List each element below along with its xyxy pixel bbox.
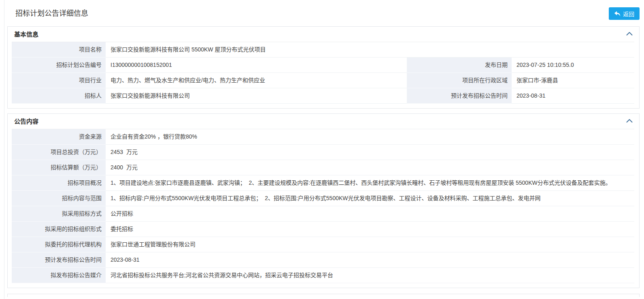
field-label: 资金来源 <box>12 129 106 145</box>
table-row: 拟采用的招标组织形式 委托招标 <box>12 222 634 237</box>
field-label: 招标估算额（万元） <box>12 160 106 175</box>
table-row: 招标人 张家口交投新能源科技有限公司 预计发布招标公告时间 2023-08-31 <box>12 88 634 104</box>
field-label: 预计发布招标公告时间 <box>12 252 106 268</box>
field-value: I1300000001008152001 <box>106 58 407 73</box>
field-value: 1、招标内容:户用分布式5500KW光伏发电项目工程总承包； 2、招标范围:户用… <box>106 191 634 206</box>
announcement-card: 公告内容 资金来源 企业自有资金20% ，银行贷款80% 项目总投资（万元） 2… <box>7 113 640 288</box>
field-label: 拟委托的招标代理机构 <box>12 237 106 252</box>
field-label: 招标计划公告编号 <box>12 58 106 73</box>
table-row: 招标项目概况 1、项目建设地点:张家口市逐鹿县逐鹿镇、武家沟镇； 2、主要建设规… <box>12 175 634 191</box>
field-label: 项目总投资（万元） <box>12 145 106 160</box>
field-label: 预计发布招标公告时间 <box>407 88 512 104</box>
field-value: 企业自有资金20% ，银行贷款80% <box>106 129 634 144</box>
field-value: 2023-08-31 <box>512 88 634 103</box>
next-section-card-partial <box>7 294 640 297</box>
table-row: 招标内容与范围 1、招标内容:户用分布式5500KW光伏发电项目工程总承包； 2… <box>12 191 634 206</box>
basic-info-section-title: 基本信息 <box>14 31 38 38</box>
page-title: 招标计划公告详细信息 <box>15 7 640 20</box>
table-row: 拟发布招标公告媒介 河北省招标投标公共服务平台;河北省公共资源交易中心网站，招采… <box>12 268 634 283</box>
back-button-label: 返回 <box>623 10 634 18</box>
table-row: 项目总投资（万元） 2453 万元 <box>12 145 634 160</box>
basic-info-table: 项目名称 张家口交投新能源科技有限公司 5500KW 屋顶分布式光伏项目 招标计… <box>12 42 634 104</box>
table-row: 招标计划公告编号 I1300000001008152001 发布日期 2023-… <box>12 58 634 73</box>
field-label: 项目名称 <box>12 42 106 58</box>
field-value: 2023-08-31 <box>106 252 634 267</box>
field-value: 2023-07-25 10:10:55.0 <box>512 58 634 73</box>
field-label: 拟发布招标公告媒介 <box>12 268 106 283</box>
page-container: 招标计划公告详细信息 返回 基本信息 项目名称 张家口交投新能源科技有限公司 5… <box>4 0 644 299</box>
table-row: 资金来源 企业自有资金20% ，银行贷款80% <box>12 129 634 145</box>
field-label: 招标项目概况 <box>12 175 106 191</box>
announcement-table: 资金来源 企业自有资金20% ，银行贷款80% 项目总投资（万元） 2453 万… <box>12 129 634 283</box>
basic-info-section-header: 基本信息 <box>12 27 634 42</box>
field-label: 项目行业 <box>12 73 106 88</box>
field-value: 公开招标 <box>106 206 634 221</box>
field-value: 张家口市-涿鹿县 <box>512 73 634 88</box>
field-value: 委托招标 <box>106 222 634 237</box>
table-row: 项目名称 张家口交投新能源科技有限公司 5500KW 屋顶分布式光伏项目 <box>12 42 634 58</box>
table-row: 预计发布招标公告时间 2023-08-31 <box>12 252 634 268</box>
field-value: 电力、热力、燃气及水生产和供应业/电力、热力生产和供应业 <box>106 73 407 88</box>
basic-info-card: 基本信息 项目名称 张家口交投新能源科技有限公司 5500KW 屋顶分布式光伏项… <box>7 26 640 109</box>
back-arrow-icon <box>614 11 621 17</box>
field-value: 张家口交投新能源科技有限公司 5500KW 屋顶分布式光伏项目 <box>106 42 634 57</box>
table-row: 拟委托的招标代理机构 张家口世通工程管理股份有限公司 <box>12 237 634 252</box>
field-label: 拟采用招标方式 <box>12 206 106 222</box>
announcement-section-header: 公告内容 <box>12 114 634 129</box>
field-label: 招标内容与范围 <box>12 191 106 206</box>
field-label: 招标人 <box>12 88 106 104</box>
field-label: 发布日期 <box>407 58 512 73</box>
field-value: 1、项目建设地点:张家口市逐鹿县逐鹿镇、武家沟镇； 2、主要建设规模及内容:在逐… <box>106 175 634 190</box>
field-value: 张家口交投新能源科技有限公司 <box>106 88 407 103</box>
field-value: 河北省招标投标公共服务平台;河北省公共资源交易中心网站，招采云电子招投标交易平台 <box>106 268 634 283</box>
table-row: 拟采用招标方式 公开招标 <box>12 206 634 222</box>
announcement-section-title: 公告内容 <box>14 118 38 125</box>
field-label: 拟采用的招标组织形式 <box>12 222 106 237</box>
field-value: 张家口世通工程管理股份有限公司 <box>106 237 634 252</box>
page-header: 招标计划公告详细信息 返回 <box>4 7 644 26</box>
chevron-up-icon[interactable] <box>625 118 633 124</box>
table-row: 项目行业 电力、热力、燃气及水生产和供应业/电力、热力生产和供应业 项目所在行政… <box>12 73 634 88</box>
field-label: 项目所在行政区域 <box>407 73 512 88</box>
field-value: 2453 万元 <box>106 145 634 160</box>
table-row: 招标估算额（万元） 2400 万元 <box>12 160 634 175</box>
back-button[interactable]: 返回 <box>609 7 640 20</box>
chevron-up-icon[interactable] <box>625 31 633 36</box>
field-value: 2400 万元 <box>106 160 634 175</box>
